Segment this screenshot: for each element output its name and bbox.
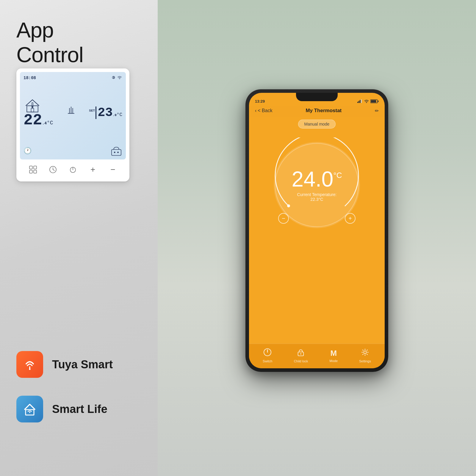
svg-point-0 [119,78,120,79]
app-header: ‹ < Back My Thermostat ✏ [249,106,385,117]
status-icons [357,99,379,103]
child-lock-screen-icon [110,145,122,156]
back-chevron: ‹ [255,108,256,113]
wifi-signal-icon [117,76,122,81]
page-title: App Control [16,18,83,67]
nav-switch[interactable]: Switch [263,348,272,363]
settings-icon [361,348,369,358]
svg-rect-14 [29,170,32,173]
wifi-icon [364,99,369,103]
current-temp-value: 22 [24,113,42,128]
svg-point-28 [366,102,367,103]
phone-screen: 13:29 [249,93,385,368]
tuya-app-item: Tuya Smart [16,351,113,378]
switch-icon [263,348,272,358]
settings-label: Settings [359,359,371,363]
child-lock-label: Child lock [294,359,308,363]
set-temp-value: 23 [98,107,112,119]
svg-rect-31 [378,101,379,102]
smartlife-app-item: Smart Life [16,396,113,422]
thermostat-screen: 18:08 ③ [20,72,126,159]
power-button[interactable] [67,164,79,176]
set-temp-decimal: .0 [113,113,117,117]
tuya-label: Tuya Smart [52,358,113,371]
switch-label: Switch [263,359,272,363]
current-temp-decimal: .4 [42,121,47,126]
clock-icon: 🕐 [24,147,32,155]
svg-point-23 [29,412,30,413]
set-temp-display: SET 23 .0 °C [89,107,122,119]
svg-rect-15 [34,170,37,173]
svg-point-11 [117,152,119,153]
increase-temp-button[interactable]: + [345,213,356,224]
left-panel: App Control 18:08 ③ [0,0,158,476]
minus-button[interactable]: − [107,164,119,176]
smartlife-logo-icon [16,396,43,422]
schedule-button[interactable] [47,164,59,176]
bottom-navigation: Switch Child lock M [249,344,385,368]
plus-button[interactable]: + [87,164,99,176]
svg-line-18 [53,170,54,170]
status-time: 13:29 [255,99,265,104]
signal-icon [357,99,363,103]
period-icon: ③ [112,76,115,81]
thermostat-buttons: + − [20,159,126,178]
child-lock-icon [297,348,305,358]
svg-point-4 [32,106,33,108]
app-logos-section: Tuya Smart Smart Life [16,351,113,422]
svg-rect-30 [371,100,376,102]
dial-unit: °C [333,171,342,179]
svg-rect-24 [357,102,358,103]
current-temp-display: 22 .4 °C [24,98,53,128]
svg-point-21 [29,369,31,370]
phone-outer: 13:29 [245,89,388,372]
svg-rect-13 [34,166,37,169]
smartlife-label: Smart Life [52,403,107,416]
current-temp-unit: °C [47,120,53,126]
svg-rect-25 [358,101,359,103]
menu-button[interactable] [27,164,39,176]
svg-point-39 [364,351,367,354]
nav-child-lock[interactable]: Child lock [294,348,308,363]
svg-point-38 [300,353,302,355]
app-content: Manual mode [249,117,385,344]
dial-temperature: 24.0 [292,168,333,190]
heating-icon-area [65,105,77,120]
back-button[interactable]: ‹ < Back [255,108,273,113]
svg-rect-26 [360,100,361,103]
set-temp-unit: °C [117,112,122,118]
thermostat-device: 18:08 ③ [16,68,129,181]
svg-rect-27 [361,99,362,103]
tuya-logo-icon [16,351,43,378]
svg-point-34 [287,204,290,207]
mode-icon: M [330,349,337,358]
svg-rect-12 [29,166,32,169]
nav-mode[interactable]: M Mode [329,349,338,363]
back-label: < Back [258,108,272,113]
right-panel: 13:29 [158,0,476,476]
nav-settings[interactable]: Settings [359,348,371,363]
set-label: SET [89,109,95,112]
edit-icon[interactable]: ✏ [375,108,379,114]
dial-inner: 24.0 °C Current Temperature: 22.3°C [292,168,342,202]
current-temp-label: Current Temperature: 22.3°C [292,192,342,202]
decrease-temp-button[interactable]: − [278,213,289,224]
svg-point-10 [114,152,115,153]
thermostat-time: 18:08 [24,76,36,80]
phone-mockup: 13:29 [245,89,388,372]
battery-icon [370,99,379,103]
screen-title: My Thermostat [306,108,342,114]
screen-bottom: 🕐 [24,145,122,156]
mode-badge[interactable]: Manual mode [298,120,336,129]
svg-rect-9 [112,150,121,156]
temperature-dial: 24.0 °C Current Temperature: 22.3°C − + [269,137,364,233]
phone-notch [296,93,338,101]
mode-label: Mode [329,359,338,363]
